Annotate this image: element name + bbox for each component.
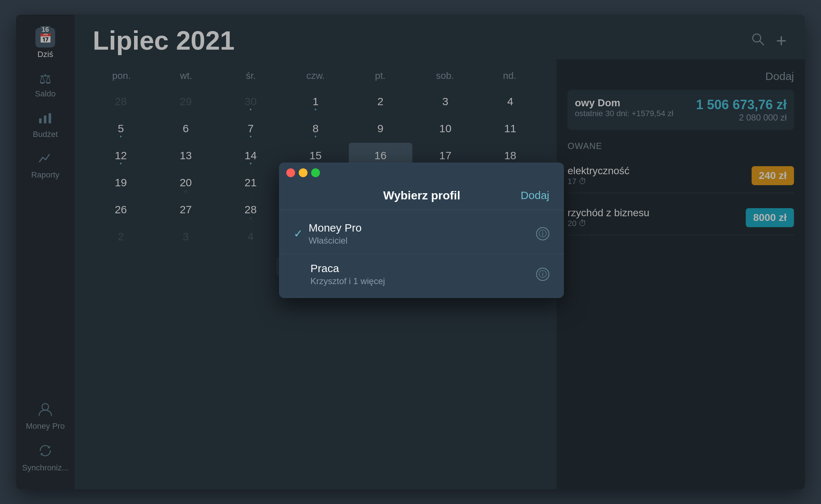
modal-overlay[interactable]: Wybierz profil Dodaj ✓ Money Pro Właścic…	[16, 15, 805, 489]
profile-item-right-2: ⓘ	[536, 268, 549, 281]
info-button-praca[interactable]: ⓘ	[536, 268, 549, 281]
modal-title: Wybierz profil	[383, 189, 460, 202]
profile-name-praca: Praca	[310, 262, 385, 275]
modal-titlebar	[279, 163, 564, 183]
profile-modal: Wybierz profil Dodaj ✓ Money Pro Właścic…	[279, 163, 564, 298]
selected-check-icon: ✓	[294, 227, 303, 240]
modal-add-button[interactable]: Dodaj	[521, 189, 549, 202]
minimize-window-button[interactable]	[299, 168, 308, 177]
profile-info-money-pro: Money Pro Właściciel	[309, 222, 362, 246]
maximize-window-button[interactable]	[311, 168, 320, 177]
profile-info-praca: Praca Krzysztof i 1 więcej	[310, 262, 385, 286]
profile-name-money-pro: Money Pro	[309, 222, 362, 234]
profile-sub-money-pro: Właściciel	[309, 236, 362, 246]
modal-body: ✓ Money Pro Właściciel ⓘ Praca	[279, 210, 564, 298]
profile-item-right-1: ⓘ	[536, 227, 549, 240]
modal-header: Wybierz profil Dodaj	[279, 183, 564, 210]
profile-sub-praca: Krzysztof i 1 więcej	[310, 276, 385, 286]
app-window: 📅 16 Dziś ⚖ Saldo Budżet	[16, 15, 805, 489]
close-window-button[interactable]	[286, 168, 295, 177]
info-button-money-pro[interactable]: ⓘ	[536, 227, 549, 240]
profile-item-money-pro[interactable]: ✓ Money Pro Właściciel ⓘ	[279, 214, 564, 254]
profile-item-praca[interactable]: Praca Krzysztof i 1 więcej ⓘ	[279, 254, 564, 294]
